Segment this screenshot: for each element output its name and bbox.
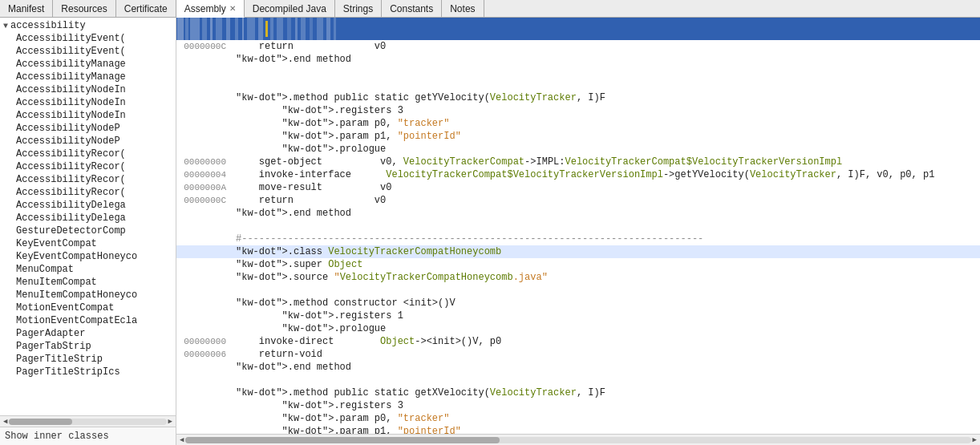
sidebar-item[interactable]: AccessibilityRecor( [0, 173, 176, 186]
sidebar-item[interactable]: AccessibilityManage [0, 71, 176, 83]
sidebar-item[interactable]: MotionEventCompat [0, 301, 176, 314]
sidebar-item[interactable]: AccessibilityRecor( [0, 148, 176, 160]
code-scroll-right-icon[interactable]: ▶ [971, 435, 978, 444]
table-row: "kw-dot">.end method [176, 53, 980, 66]
table-row: "kw-dot">.registers 1 [176, 309, 980, 322]
sidebar-item[interactable]: AccessibilityNodeIn [0, 83, 176, 96]
line-address [176, 53, 233, 66]
tab-strings[interactable]: Strings [335, 0, 382, 17]
sidebar-item[interactable]: AccessibilityEvent( [0, 32, 176, 45]
line-content [233, 66, 980, 79]
tab-notes[interactable]: Notes [442, 0, 484, 17]
line-address [176, 374, 233, 386]
line-address [176, 91, 233, 104]
sidebar-item[interactable]: PagerTabStrip [0, 340, 176, 353]
line-address [176, 309, 233, 322]
line-content [233, 79, 980, 91]
sidebar-item[interactable]: AccessibilityRecor( [0, 186, 176, 199]
show-inner-classes-button[interactable]: Show inner classes [0, 427, 176, 445]
table-row: 00000006 return-void [176, 348, 980, 361]
line-content [233, 374, 980, 386]
code-scroll-left-icon[interactable]: ◀ [178, 435, 185, 444]
sidebar-horizontal-scroll[interactable]: ◀ ▶ [0, 415, 176, 427]
tab-certificate[interactable]: Certificate [116, 0, 176, 17]
tab-bar: ManifestResourcesCertificateAssembly✕Dec… [0, 0, 980, 18]
content-area: 0000000C return v0"kw-dot">.end method"k… [176, 18, 980, 445]
sidebar-item[interactable]: MenuCompat [0, 263, 176, 276]
tab-constants[interactable]: Constants [382, 0, 442, 17]
sidebar-root-label: accessibility [10, 20, 86, 31]
table-row: "kw-dot">.prologue [176, 143, 980, 156]
sidebar-item[interactable]: PagerAdapter [0, 327, 176, 340]
line-content: "kw-dot">.registers 3 [233, 104, 980, 117]
sidebar-item[interactable]: KeyEventCompatHoneyco [0, 250, 176, 263]
table-row: "kw-dot">.param p1, "pointerId" [176, 130, 980, 143]
sidebar-item[interactable]: AccessibilityEvent( [0, 45, 176, 58]
table-row: "kw-dot">.registers 3 [176, 399, 980, 412]
table-row: "kw-dot">.prologue [176, 322, 980, 335]
sidebar-tree[interactable]: ▼ accessibility AccessibilityEvent(Acces… [0, 18, 176, 415]
sidebar-item[interactable]: PagerTitleStrip [0, 353, 176, 366]
line-content: return-void [233, 348, 980, 361]
sidebar-item[interactable]: AccessibilityDelega [0, 199, 176, 212]
table-row: 00000000 invoke-direct Object-><init>()V… [176, 335, 980, 348]
tab-resources[interactable]: Resources [53, 0, 115, 17]
line-address [176, 271, 233, 284]
sidebar-item[interactable]: AccessibilityNodeP [0, 135, 176, 148]
tab-decompiled-java[interactable]: Decompiled Java [245, 0, 335, 17]
line-address [176, 386, 233, 399]
sidebar-item[interactable]: KeyEventCompat [0, 237, 176, 250]
code-horizontal-scroll[interactable]: ◀ ▶ [176, 434, 980, 445]
tab-close-icon[interactable]: ✕ [229, 4, 236, 13]
line-content: return v0 [233, 40, 980, 53]
table-row: "kw-dot">.source "VelocityTrackerCompatH… [176, 271, 980, 284]
line-content: "kw-dot">.end method [233, 53, 980, 66]
scroll-left-icon[interactable]: ◀ [2, 417, 9, 426]
line-content [233, 284, 980, 297]
tab-label: Strings [343, 3, 373, 14]
table-row [176, 220, 980, 233]
table-row: "kw-dot">.end method [176, 207, 980, 220]
line-address [176, 297, 233, 309]
sidebar-item[interactable]: AccessibilityDelega [0, 212, 176, 225]
line-content: "kw-dot">.end method [233, 361, 980, 374]
line-address [176, 258, 233, 271]
sidebar-item[interactable]: AccessibilityNodeIn [0, 109, 176, 122]
code-scroll-track[interactable] [185, 437, 970, 443]
sidebar-item[interactable]: AccessibilityRecor( [0, 160, 176, 173]
line-address [176, 399, 233, 412]
scroll-right-icon[interactable]: ▶ [167, 417, 174, 426]
sidebar-item[interactable]: GestureDetectorComp [0, 225, 176, 237]
sidebar-root-item[interactable]: ▼ accessibility [0, 19, 176, 32]
line-content: "kw-dot">.registers 1 [233, 309, 980, 322]
main-layout: ▼ accessibility AccessibilityEvent(Acces… [0, 18, 980, 445]
sidebar-item[interactable]: AccessibilityNodeIn [0, 96, 176, 109]
line-address: 00000000 [176, 156, 233, 168]
line-content: "kw-dot">.end method [233, 207, 980, 220]
sidebar-item[interactable]: AccessibilityNodeP [0, 122, 176, 135]
line-address [176, 66, 233, 79]
line-address [176, 207, 233, 220]
tab-manifest[interactable]: Manifest [0, 0, 53, 17]
line-address [176, 361, 233, 374]
sidebar-item[interactable]: PagerTitleStripIcs [0, 366, 176, 378]
sidebar-item[interactable]: MotionEventCompatEcla [0, 314, 176, 327]
sidebar-item[interactable]: AccessibilityManage [0, 58, 176, 71]
line-address [176, 130, 233, 143]
line-address [176, 284, 233, 297]
code-area[interactable]: 0000000C return v0"kw-dot">.end method"k… [176, 40, 980, 434]
minimap[interactable] [176, 18, 980, 40]
line-content: #---------------------------------------… [233, 233, 980, 245]
table-row: 0000000C return v0 [176, 40, 980, 53]
sidebar-item[interactable]: MenuItemCompat [0, 276, 176, 289]
table-row: "kw-dot">.method public static getXVeloc… [176, 386, 980, 399]
line-address [176, 233, 233, 245]
sidebar-item[interactable]: MenuItemCompatHoneyco [0, 289, 176, 301]
line-address [176, 117, 233, 130]
scroll-track[interactable] [9, 419, 166, 425]
table-row: "kw-dot">.param p0, "tracker" [176, 412, 980, 425]
table-row [176, 374, 980, 386]
tab-label: Manifest [8, 3, 44, 14]
tab-assembly[interactable]: Assembly✕ [176, 0, 245, 18]
line-content: "kw-dot">.method public static getXVeloc… [233, 386, 980, 399]
